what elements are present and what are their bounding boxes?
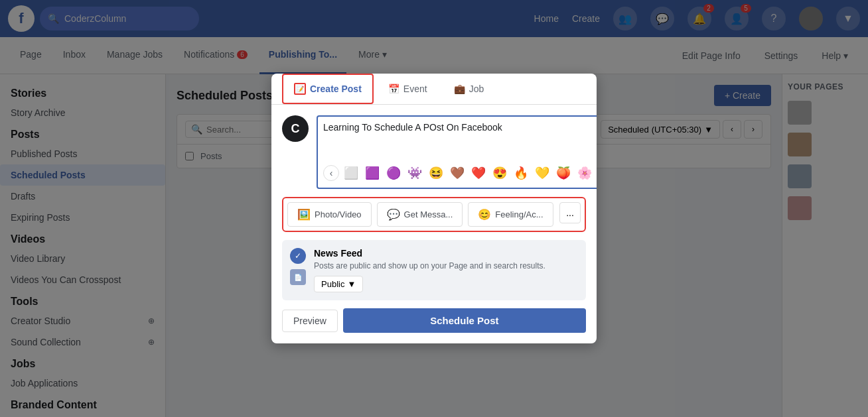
create-post-tab[interactable]: 📝 Create Post — [282, 74, 374, 104]
emoji-laugh[interactable]: 😆 — [427, 164, 445, 182]
composer-avatar: C — [282, 115, 309, 142]
emoji-brown[interactable]: 🤎 — [448, 164, 467, 182]
news-feed-icons: ✓ 📄 — [290, 248, 306, 285]
schedule-post-button[interactable]: Schedule Post — [343, 308, 586, 333]
emoji-flower[interactable]: 🌸 — [575, 164, 594, 182]
photo-video-icon: 🖼️ — [297, 208, 311, 221]
emoji-alien[interactable]: 👾 — [405, 164, 424, 182]
emoji-purple-square[interactable]: 🟪 — [363, 164, 382, 182]
news-feed-title: News Feed — [314, 248, 578, 259]
emoji-love[interactable]: 😍 — [490, 164, 509, 182]
news-feed-info: News Feed Posts are public and show up o… — [314, 248, 578, 292]
post-composer: C Learning To Schedule A POst On Faceboo… — [282, 115, 586, 189]
photo-video-btn[interactable]: 🖼️ Photo/Video — [287, 202, 372, 227]
post-text-input[interactable]: Learning To Schedule A POst On Facebook — [323, 122, 597, 156]
event-tab[interactable]: 📅 Event — [376, 74, 439, 103]
more-actions-btn[interactable]: ... — [559, 202, 581, 223]
modal-tabs: 📝 Create Post 📅 Event 💼 Job — [271, 74, 597, 105]
modal-overlay[interactable]: 📝 Create Post 📅 Event 💼 Job C Learning T… — [0, 0, 868, 417]
create-post-tab-icon: 📝 — [294, 83, 306, 95]
messenger-action-icon: 💬 — [387, 208, 400, 221]
emoji-peach[interactable]: 🍑 — [554, 164, 573, 182]
composer-icons-row: ‹ ⬜ 🟪 🟣 👾 😆 🤎 ❤️ 😍 🔥 💛 🍑 🌸 🌊 — [323, 164, 597, 182]
modal-body: C Learning To Schedule A POst On Faceboo… — [271, 105, 597, 343]
feeling-activity-btn[interactable]: 😊 Feeling/Ac... — [468, 202, 553, 227]
news-feed-section: ✓ 📄 News Feed Posts are public and show … — [282, 240, 586, 300]
feeling-icon: 😊 — [478, 208, 491, 221]
news-feed-icon: 📄 — [290, 269, 306, 285]
emoji-yellow[interactable]: 💛 — [533, 164, 551, 182]
news-feed-description: Posts are public and show up on your Pag… — [314, 261, 578, 270]
composer-textarea-wrap: Learning To Schedule A POst On Facebook … — [317, 115, 597, 189]
modal-footer: Preview Schedule Post — [282, 308, 586, 333]
create-post-modal: 📝 Create Post 📅 Event 💼 Job C Learning T… — [271, 74, 597, 343]
emoji-fire[interactable]: 🔥 — [512, 164, 530, 182]
emoji-prev-icon[interactable]: ‹ — [323, 165, 339, 181]
emoji-purple[interactable]: 🟣 — [384, 164, 403, 182]
action-buttons-row: 🖼️ Photo/Video 💬 Get Messa... 😊 Feeling/… — [282, 197, 586, 232]
visibility-dropdown[interactable]: Public ▼ — [314, 276, 363, 292]
event-tab-icon: 📅 — [388, 84, 399, 94]
job-tab-icon: 💼 — [454, 84, 465, 94]
emoji-white[interactable]: ⬜ — [342, 164, 360, 182]
emoji-heart[interactable]: ❤️ — [469, 164, 488, 182]
job-tab[interactable]: 💼 Job — [442, 74, 496, 103]
check-icon: ✓ — [290, 248, 306, 264]
get-messages-btn[interactable]: 💬 Get Messa... — [377, 202, 463, 227]
visibility-chevron-icon: ▼ — [347, 279, 356, 289]
preview-button[interactable]: Preview — [282, 310, 338, 332]
